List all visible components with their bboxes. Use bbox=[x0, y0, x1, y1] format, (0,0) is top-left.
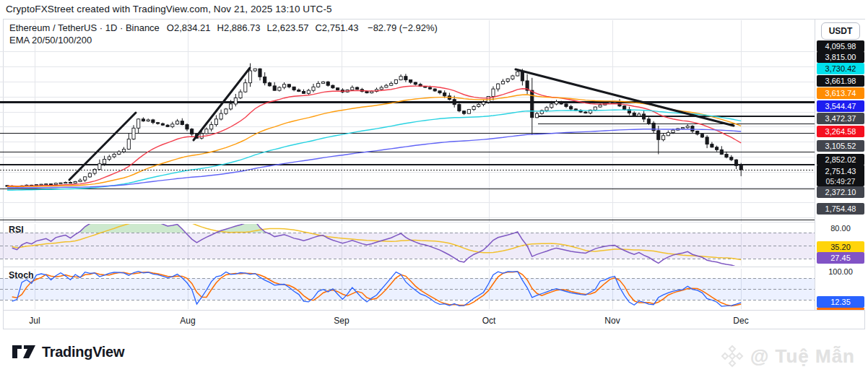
time-axis-label-nov: Nov bbox=[604, 316, 620, 326]
ohlc-values: O2,834.21H2,886.73L2,623.57C2,751.43 bbox=[167, 22, 365, 33]
price-label-level-3472: 3,472.37 bbox=[817, 113, 864, 124]
time-axis[interactable]: JulAugSepOctNovDec bbox=[4, 311, 815, 329]
symbol-title[interactable]: Ethereum / TetherUS · 1D · Binance bbox=[9, 22, 160, 33]
price-label-level-2852: 2,852.02 bbox=[817, 154, 864, 165]
panel-separator-timeaxis bbox=[4, 310, 864, 311]
price-label-stoch-scale-100: 100.00 bbox=[817, 266, 864, 277]
time-axis-label-jul: Jul bbox=[29, 316, 40, 326]
time-axis-label-sep: Sep bbox=[334, 316, 349, 326]
ohlc-l: L2,623.57 bbox=[267, 22, 309, 33]
price-label-stoch-k-value: 12.35 bbox=[817, 296, 864, 308]
attribution-text: CryptoFXStreet created with TradingView.… bbox=[6, 4, 332, 14]
price-label-ema100-value: 3,730.42 bbox=[817, 63, 864, 74]
ohlc-h: H2,886.73 bbox=[217, 22, 261, 33]
panel-separator-stoch[interactable] bbox=[4, 267, 864, 267]
price-label-ema200-value: 3,544.47 bbox=[817, 100, 864, 112]
tradingview-logo-icon bbox=[12, 343, 36, 360]
ema-legend[interactable]: EMA 20/50/100/200 bbox=[9, 35, 92, 46]
currency-toggle-button[interactable]: USDT bbox=[821, 22, 860, 40]
price-label-level-3661: 3,661.98 bbox=[817, 75, 864, 87]
price-label-level-1754: 1,754.48 bbox=[817, 203, 864, 215]
price-scale[interactable]: USDT 4,095.983,815.003,730.423,661.983,6… bbox=[815, 20, 866, 310]
price-label-level-2372: 2,372.10 bbox=[817, 186, 864, 198]
binance-diamond-icon bbox=[720, 344, 745, 368]
tradingview-logo[interactable]: TradingView bbox=[12, 343, 124, 360]
stoch-d-label-strip bbox=[817, 308, 864, 310]
ohlc-c: C2,751.43 bbox=[315, 22, 358, 33]
rsi-panel-title[interactable]: RSI bbox=[9, 225, 24, 235]
price-label-rsi-ma-value: 35.20 bbox=[817, 241, 864, 253]
time-axis-label-aug: Aug bbox=[180, 316, 195, 326]
tradingview-screenshot: CryptoFXStreet created with TradingView.… bbox=[0, 0, 868, 372]
countdown-timer: 05:49:27 bbox=[817, 176, 864, 186]
panel-separator-rsi[interactable] bbox=[4, 222, 864, 222]
price-label-level-3815: 3,815.00 bbox=[817, 51, 864, 63]
price-label-rsi-scale-80: 80.00 bbox=[817, 222, 864, 234]
tradingview-logo-text: TradingView bbox=[42, 344, 124, 360]
price-label-current-price: 2,751.4305:49:27 bbox=[817, 165, 864, 186]
time-axis-label-oct: Oct bbox=[482, 316, 496, 326]
symbol-legend[interactable]: Ethereum / TetherUS · 1D · BinanceO2,834… bbox=[9, 22, 444, 33]
price-label-level-4095: 4,095.98 bbox=[817, 40, 864, 52]
change-value: −82.79 (−2.92%) bbox=[368, 22, 438, 33]
price-label-ema50-value: 3,613.74 bbox=[817, 87, 864, 99]
author-watermark-text: @ Tuệ Mẫn bbox=[750, 345, 855, 368]
price-label-rsi-value: 27.45 bbox=[817, 252, 864, 264]
author-watermark: @ Tuệ Mẫn bbox=[720, 344, 855, 368]
time-axis-label-dec: Dec bbox=[733, 316, 748, 326]
ohlc-o: O2,834.21 bbox=[167, 22, 211, 33]
price-label-ema20-value: 3,264.58 bbox=[817, 126, 864, 137]
stoch-panel-title[interactable]: Stoch bbox=[9, 270, 34, 280]
price-label-level-3105: 3,105.52 bbox=[817, 140, 864, 152]
